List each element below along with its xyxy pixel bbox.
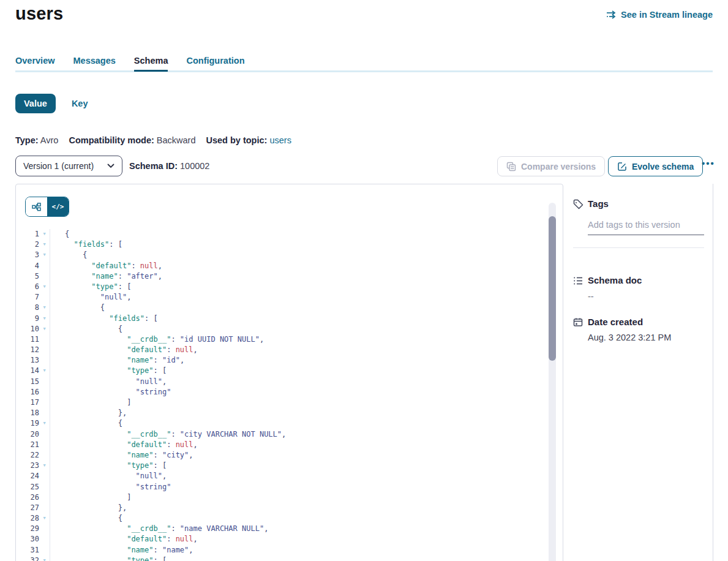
code-line: 13 "name": "id",: [16, 355, 548, 366]
schema-id-value: 100002: [180, 161, 209, 171]
chevron-down-icon: [107, 164, 114, 168]
fold-toggle-icon[interactable]: ▼: [39, 239, 50, 250]
code-line: 4 "default": null,: [16, 261, 548, 271]
code-text: "string": [50, 482, 171, 492]
line-number: 11: [16, 334, 39, 345]
line-number: 9: [16, 314, 39, 324]
fold-toggle-icon[interactable]: ▼: [39, 250, 50, 260]
compatibility-mode: Compatibility mode: Backward: [69, 135, 195, 145]
editor-scrollbar-thumb[interactable]: [549, 216, 556, 361]
fold-toggle-icon[interactable]: ▼: [39, 282, 50, 292]
code-line: 3▼ {: [16, 250, 548, 260]
code-line: 9▼ "fields": [: [16, 314, 548, 324]
fold-toggle-icon[interactable]: ▼: [39, 555, 50, 561]
line-number: 17: [16, 397, 39, 408]
tab-messages[interactable]: Messages: [73, 56, 116, 72]
schema-type: Type: Avro: [15, 135, 58, 145]
fold-spacer: [39, 482, 50, 492]
fold-spacer: [39, 545, 50, 555]
code-text: "null",: [50, 292, 131, 303]
code-line: 6▼ "type": [: [16, 282, 548, 292]
fold-spacer: [39, 440, 50, 450]
code-text: {: [50, 229, 69, 239]
code-line: 18 },: [16, 408, 548, 418]
fold-toggle-icon[interactable]: ▼: [39, 229, 50, 239]
tab-configuration[interactable]: Configuration: [186, 56, 244, 72]
line-number: 30: [16, 534, 39, 544]
add-tags-input[interactable]: [588, 219, 704, 235]
fold-toggle-icon[interactable]: ▼: [39, 461, 50, 471]
topic-link[interactable]: users: [269, 135, 291, 145]
value-toggle-button[interactable]: Value: [15, 94, 56, 113]
code-line: 20 "__crdb__": "city VARCHAR NOT NULL",: [16, 429, 548, 440]
edit-icon: [617, 162, 627, 171]
code-text: },: [50, 408, 127, 418]
line-number: 7: [16, 292, 39, 303]
line-number: 2: [16, 239, 39, 250]
fold-spacer: [39, 355, 50, 366]
line-number: 24: [16, 471, 39, 481]
code-text: "default": null,: [50, 534, 198, 544]
code-text: "type": [: [50, 366, 167, 376]
fold-spacer: [39, 377, 50, 387]
fold-toggle-icon[interactable]: ▼: [39, 418, 50, 429]
code-text: "__crdb__": "name VARCHAR NULL",: [50, 524, 268, 534]
code-text: "name": "after",: [50, 271, 162, 282]
compare-versions-label: Compare versions: [521, 162, 596, 171]
see-in-stream-lineage-link[interactable]: See in Stream lineage: [606, 10, 713, 20]
code-view-button[interactable]: </>: [47, 197, 69, 216]
schema-editor-panel: </> 1▼{2▼ "fields": [3▼ {4 "default": nu…: [15, 184, 563, 561]
fold-spacer: [39, 334, 50, 345]
schema-code-editor[interactable]: 1▼{2▼ "fields": [3▼ {4 "default": null,5…: [16, 229, 548, 561]
key-toggle-link[interactable]: Key: [72, 99, 88, 108]
code-line: 23▼ "type": [: [16, 461, 548, 471]
more-options-button[interactable]: •••: [702, 158, 715, 168]
tree-view-button[interactable]: [26, 197, 47, 216]
evolve-schema-button[interactable]: Evolve schema: [608, 156, 703, 176]
compare-versions-button[interactable]: Compare versions: [497, 156, 605, 176]
code-text: "name": "name",: [50, 545, 193, 555]
stream-lineage-icon: [606, 10, 617, 19]
schema-doc-value: --: [588, 292, 594, 301]
line-number: 29: [16, 524, 39, 534]
editor-view-toggle: </>: [25, 197, 69, 217]
code-line: 19▼ {: [16, 418, 548, 429]
code-text: "default": null,: [50, 261, 162, 271]
line-number: 4: [16, 261, 39, 271]
tab-overview[interactable]: Overview: [15, 56, 55, 72]
code-text: "string": [50, 387, 171, 397]
code-text: "null",: [50, 471, 167, 481]
fold-toggle-icon[interactable]: ▼: [39, 314, 50, 324]
code-text: ]: [50, 492, 131, 503]
code-text: "name": "id",: [50, 355, 184, 366]
line-number: 16: [16, 387, 39, 397]
code-line: 29 "__crdb__": "name VARCHAR NULL",: [16, 524, 548, 534]
version-dropdown[interactable]: Version 1 (current): [15, 156, 122, 176]
tab-bar: Overview Messages Schema Configuration: [15, 56, 245, 72]
see-in-stream-lineage-label: See in Stream lineage: [621, 10, 713, 20]
tab-schema[interactable]: Schema: [134, 56, 168, 72]
fold-spacer: [39, 471, 50, 481]
schema-doc-heading: Schema doc: [588, 275, 642, 285]
fold-toggle-icon[interactable]: ▼: [39, 303, 50, 313]
sidebar-right-border: [713, 184, 713, 561]
line-number: 26: [16, 492, 39, 503]
fold-toggle-icon[interactable]: ▼: [39, 324, 50, 334]
compare-icon: [506, 162, 516, 171]
fold-spacer: [39, 292, 50, 303]
fold-spacer: [39, 534, 50, 544]
line-number: 32: [16, 555, 39, 561]
code-text: "type": [: [50, 555, 167, 561]
code-text: "default": null,: [50, 440, 198, 450]
line-number: 6: [16, 282, 39, 292]
fold-spacer: [39, 492, 50, 503]
code-line: 5 "name": "after",: [16, 271, 548, 282]
topic-label: Used by topic:: [206, 135, 267, 145]
fold-toggle-icon[interactable]: ▼: [39, 513, 50, 524]
fold-spacer: [39, 503, 50, 513]
editor-scrollbar[interactable]: [549, 203, 556, 561]
line-number: 22: [16, 450, 39, 461]
fold-toggle-icon[interactable]: ▼: [39, 366, 50, 376]
line-number: 3: [16, 250, 39, 260]
code-text: "fields": [: [50, 239, 122, 250]
